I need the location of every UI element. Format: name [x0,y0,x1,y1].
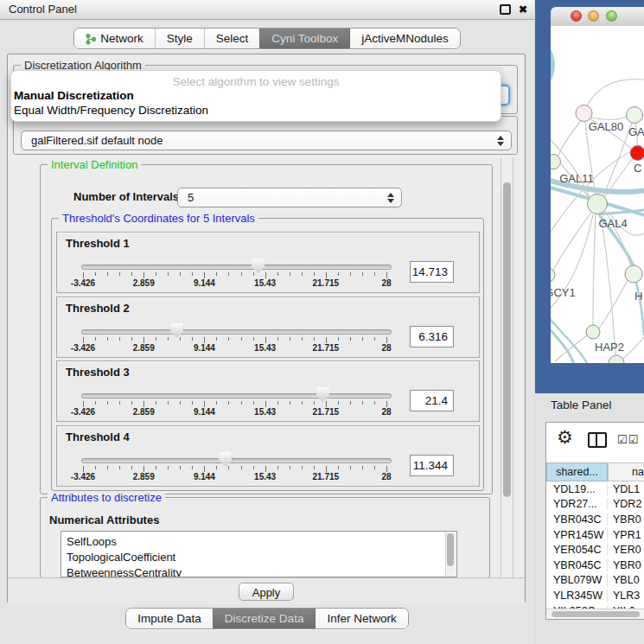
table-cell[interactable]: YDL1 [608,483,644,495]
bottom-tab-bar: Impute DataDiscretize DataInfer Network [0,608,534,629]
threshold-slider-track[interactable] [81,265,392,270]
attribute-item[interactable]: BetweennessCentrality [67,565,456,577]
slider-tick [362,272,363,276]
algorithm-option-manual[interactable]: Manual Discretization [14,89,134,102]
table-cell[interactable]: YLR345W [546,590,608,602]
table-data-select[interactable]: galFiltered.sif default node [21,131,512,150]
slider-tick [386,401,387,407]
table-cell[interactable]: YBR0 [608,513,644,526]
table-row[interactable]: YBR043CYBR0 [546,512,644,527]
float-window-icon[interactable] [500,4,511,15]
network-node[interactable] [609,355,624,363]
node-label: HAP2 [595,341,624,354]
threshold-slider-track[interactable] [81,458,392,463]
zoom-traffic-light-icon[interactable] [606,10,617,22]
threshold-slider-track[interactable] [81,329,392,335]
tab-cyni-toolbox[interactable]: Cyni Toolbox [259,29,349,48]
table-row[interactable]: YDL19...YDL1 [546,481,644,497]
column-header[interactable]: na [608,462,644,481]
table-cell[interactable]: YBR0 [608,559,644,571]
table-cell[interactable]: YPR145W [546,529,608,541]
settings-scrollbar[interactable] [501,157,513,577]
network-node-gal4[interactable] [588,194,608,214]
table-cell[interactable]: YPR1 [608,529,644,541]
slider-tick [241,337,242,341]
threshold-value-field[interactable] [410,455,454,476]
tab-network[interactable]: Network [74,29,155,48]
table-cell[interactable]: YDR27... [546,498,608,510]
algorithm-option-equal-width[interactable]: Equal Width/Frequency Discretization [14,104,208,117]
number-of-intervals-select[interactable]: 5 [177,188,402,207]
tab-select[interactable]: Select [204,29,260,48]
tab-label: Discretize Data [225,609,304,628]
minimize-traffic-light-icon[interactable] [588,10,599,22]
table-cell[interactable]: YER054C [546,544,608,556]
network-node-hap2[interactable] [586,325,600,339]
slider-tick [95,272,96,276]
settings-panel: Discretization Algorithm Table Data galF… [7,54,526,603]
slider-tick [168,337,169,341]
slider-scale-label: 9.144 [183,472,225,481]
slider-tick [192,272,193,276]
slider-tick [180,272,181,276]
table-cell[interactable]: YBR043C [546,513,608,526]
attribute-item[interactable]: SelfLoops [67,534,456,550]
table-cell[interactable]: YER0 [608,544,644,556]
tab-style[interactable]: Style [155,29,204,48]
tab-discretize-data[interactable]: Discretize Data [213,609,316,628]
table-row[interactable]: YER054CYER0 [546,542,644,558]
threshold-value-field[interactable] [410,261,454,283]
network-node-gal80[interactable] [576,105,592,122]
threshold-slider-track[interactable] [81,393,392,399]
network-window-titlebar[interactable] [551,7,644,27]
table-row[interactable]: YLR345WYLR3 [546,588,644,603]
slider-tick [302,401,303,405]
slider-scale-label: 15.43 [245,278,286,288]
threshold-slider-thumb[interactable] [219,452,232,467]
control-panel: Control Panel ✖ NetworkStyleSelectCyni T… [0,0,534,644]
tab-label: Select [216,29,249,48]
table-horizontal-scrollbar[interactable] [546,609,644,619]
attribute-item[interactable]: TopologicalCoefficient [67,550,456,565]
table-cell[interactable]: YLR3 [608,590,644,602]
close-icon[interactable]: ✖ [519,4,527,15]
table-cell[interactable]: YBL0 [608,574,644,586]
threshold-value-field[interactable] [410,390,454,411]
list-scrollbar[interactable] [445,532,456,577]
network-node-c[interactable] [630,146,644,161]
table-row[interactable]: YBR045CYBR0 [546,558,644,573]
network-view[interactable]: GAL80GACGAL11GAL4GCY1HHAP2 [551,26,644,363]
tab-infer-network[interactable]: Infer Network [315,609,407,628]
tab-impute-data[interactable]: Impute Data [126,609,213,628]
apply-button[interactable]: Apply [239,583,294,601]
scrollbar-thumb[interactable] [503,182,511,497]
threshold-slider-thumb[interactable] [170,323,183,338]
table-cell[interactable]: YBR045C [546,559,608,571]
threshold-slider-thumb[interactable] [316,387,329,402]
settings-gear-icon[interactable]: ⚙ [557,428,573,446]
column-header[interactable]: shared... [546,462,608,481]
table-row[interactable]: YPR145WYPR1 [546,527,644,543]
slider-tick [241,466,242,469]
split-columns-icon[interactable] [588,432,607,448]
table-row[interactable]: YDR27...YDR2 [546,497,644,513]
slider-tick [95,401,96,405]
slider-tick [107,272,108,276]
slider-tick [216,272,217,276]
numerical-attributes-list[interactable]: SelfLoopsTopologicalCoefficientBetweenne… [61,531,457,577]
tab-jactivemnodules[interactable]: jActiveMNodules [349,29,460,48]
network-node-h[interactable] [625,265,642,283]
network-node-gal11[interactable] [551,155,561,169]
table-cell[interactable]: YDL19... [546,483,608,495]
table-cell[interactable]: YBL079W [546,574,608,586]
table-cell[interactable]: YDR2 [608,498,644,510]
network-node-ga[interactable] [627,107,643,124]
network-node-gcy1[interactable] [551,268,555,282]
select-columns-icon[interactable]: ☑☑ [617,433,639,446]
threshold-slider-thumb[interactable] [252,258,265,273]
close-traffic-light-icon[interactable] [571,10,582,22]
slider-tick [107,466,108,469]
threshold-value-field[interactable] [410,326,454,348]
table-row[interactable]: YBL079WYBL0 [546,573,644,589]
spinner-arrows-icon [387,193,394,203]
